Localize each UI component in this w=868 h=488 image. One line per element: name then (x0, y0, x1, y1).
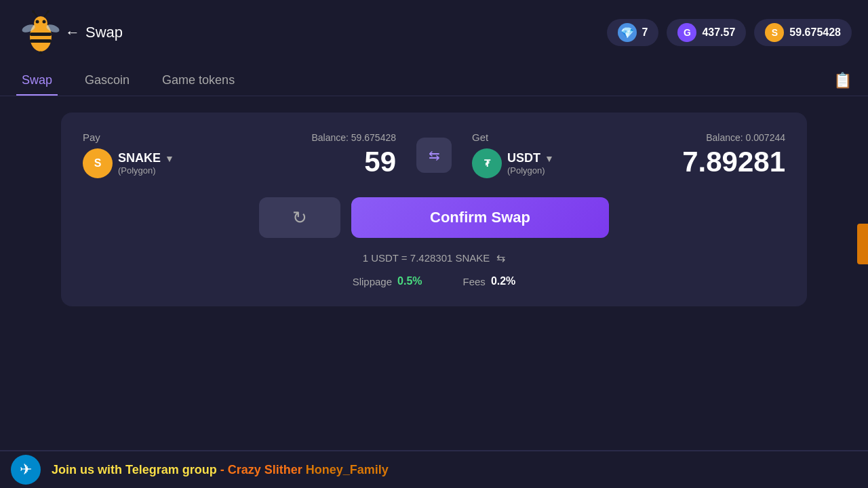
slippage-label: Slippage (353, 276, 392, 287)
gascoin-amount: 437.57 (702, 26, 735, 39)
get-section: Get ₮ USDT ▼ (Polygon) (461, 131, 629, 178)
get-amount: 7.89281 (629, 146, 785, 178)
gem-count: 7 (642, 26, 648, 39)
get-balance: Balance: 0.007244 (629, 132, 785, 143)
swap-arrows-icon: ⇆ (429, 147, 440, 163)
get-token-selector[interactable]: ₮ USDT ▼ (Polygon) (472, 148, 554, 178)
svg-point-4 (36, 20, 39, 24)
telegram-icon: ✈ (11, 455, 41, 485)
tabs-container: Swap Gascoin Game tokens (16, 65, 240, 96)
action-row: ↻ Confirm Swap (83, 197, 785, 238)
svg-line-8 (44, 12, 47, 17)
fees-label: Fees (463, 276, 486, 287)
rate-text: 1 USDT = 7.428301 SNAKE (363, 252, 490, 264)
svg-point-3 (34, 16, 47, 30)
refresh-button[interactable]: ↻ (259, 197, 340, 238)
bee-logo (16, 8, 65, 57)
svg-point-5 (43, 20, 46, 24)
fees-info: Fees 0.2% (463, 275, 516, 287)
tab-game-tokens[interactable]: Game tokens (157, 65, 240, 96)
get-token-name: USDT ▼ (507, 151, 554, 165)
page-title: Swap (85, 24, 123, 41)
pay-token-info: SNAKE ▼ (Polygon) (118, 151, 174, 176)
pay-amount: 59 (239, 146, 396, 178)
token-row: Pay S SNAKE ▼ (Polygon) (83, 131, 785, 178)
gascoin-badge: G 437.57 (667, 19, 746, 46)
rate-swap-icon: ⇆ (496, 251, 505, 264)
gem-badge: 💎 7 (607, 19, 659, 46)
swap-panel: Pay S SNAKE ▼ (Polygon) (61, 113, 807, 306)
clipboard-icon[interactable]: 📋 (833, 72, 852, 89)
nav-tabs: Swap Gascoin Game tokens 📋 (0, 65, 868, 96)
confirm-swap-button[interactable]: Confirm Swap (351, 197, 609, 238)
pay-amount-section: Balance: 59.675428 59 (239, 132, 407, 178)
header-right: 💎 7 G 437.57 S 59.675428 (607, 19, 852, 46)
banner-text: Join us with Telegram group - Crazy Slit… (52, 463, 389, 477)
get-label: Get (472, 131, 629, 143)
tab-swap[interactable]: Swap (16, 65, 58, 96)
scroll-indicator (857, 224, 868, 264)
bottom-banner: ✈ Join us with Telegram group - Crazy Sl… (0, 450, 868, 488)
snake-token-icon: S (765, 23, 784, 42)
snake-amount: 59.675428 (789, 26, 841, 39)
swap-direction-center: ⇆ (407, 138, 461, 173)
fees-value: 0.2% (491, 275, 515, 287)
refresh-icon: ↻ (292, 207, 307, 228)
snake-pay-icon: S (83, 148, 113, 178)
info-row: Slippage 0.5% Fees 0.2% (83, 275, 785, 287)
header: ← Swap 💎 7 G 437.57 S 59.675428 (0, 0, 868, 65)
svg-point-9 (47, 10, 50, 13)
pay-token-name: SNAKE ▼ (118, 151, 174, 165)
get-token-network: (Polygon) (507, 165, 554, 176)
back-arrow-icon: ← (65, 24, 80, 41)
pay-token-selector[interactable]: S SNAKE ▼ (Polygon) (83, 148, 174, 178)
main-content: Pay S SNAKE ▼ (Polygon) (0, 96, 868, 323)
slippage-info: Slippage 0.5% (353, 275, 422, 287)
svg-line-6 (34, 12, 37, 17)
get-token-info: USDT ▼ (Polygon) (507, 151, 554, 176)
pay-dropdown-icon: ▼ (165, 153, 174, 164)
pay-section: Pay S SNAKE ▼ (Polygon) (83, 131, 239, 178)
pay-balance: Balance: 59.675428 (239, 132, 396, 143)
pay-label: Pay (83, 131, 239, 143)
svg-rect-1 (30, 33, 52, 36)
gem-icon: 💎 (618, 23, 637, 42)
pay-token-network: (Polygon) (118, 165, 174, 176)
swap-direction-button[interactable]: ⇆ (416, 138, 452, 173)
header-left: ← Swap (16, 8, 123, 57)
tab-gascoin[interactable]: Gascoin (79, 65, 135, 96)
get-dropdown-icon: ▼ (545, 153, 554, 164)
usdt-get-icon: ₮ (472, 148, 502, 178)
back-button[interactable]: ← Swap (65, 24, 123, 41)
rate-row: 1 USDT = 7.428301 SNAKE ⇆ (83, 251, 785, 264)
gascoin-icon: G (677, 23, 696, 42)
svg-rect-2 (30, 39, 52, 43)
snake-badge: S 59.675428 (754, 19, 852, 46)
get-amount-section: Balance: 0.007244 7.89281 (629, 132, 785, 178)
svg-point-7 (32, 10, 35, 13)
slippage-value: 0.5% (397, 275, 422, 287)
